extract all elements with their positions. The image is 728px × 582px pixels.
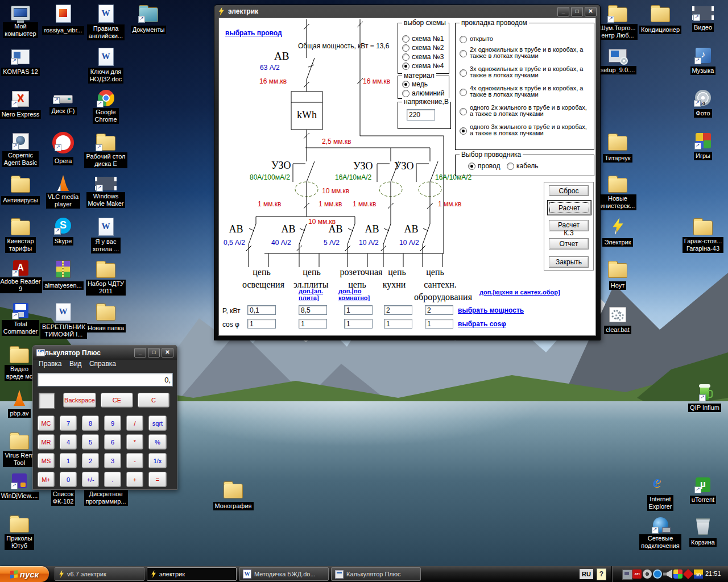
menu-view[interactable]: Вид [69,360,82,368]
desktop-icon-copernic[interactable]: Copernic Agent Basic [0,133,43,167]
ms-key[interactable]: MS [38,453,55,468]
desktop-icon-disk-f[interactable]: Диск (F) [40,90,86,115]
ati-tray-icon[interactable]: ATI [632,569,642,579]
p-input-5[interactable] [425,305,453,315]
desktop-icon-kievstar[interactable]: Киевстар тарифы [0,218,43,253]
desktop-icon-rossiya[interactable]: rossiya_vibr... [40,5,86,35]
radio-label[interactable]: 3х одножильных в трубе и в коробах, а та… [470,66,587,78]
mr-key[interactable]: MR [38,434,55,450]
radio-material-aluminum[interactable] [402,90,410,97]
calculator-title-bar[interactable]: Калькулятор Плюс _ □ ✕ [33,346,177,360]
volume-icon[interactable] [663,569,672,579]
cos-input-5[interactable] [425,319,453,329]
menu-help[interactable]: Справка [89,360,116,368]
reciprocal-key[interactable]: 1/x [148,453,167,468]
p-input-3[interactable] [344,305,373,315]
task-v67-elektrik[interactable]: v6.7 электрик [55,567,144,581]
key-7[interactable]: 7 [60,415,77,431]
desktop-icon-rabochiy-stol[interactable]: Рабочий стол диска E [83,133,129,168]
cos-input-2[interactable] [299,319,327,329]
radio-laying-3[interactable] [460,69,467,77]
desktop-icon-my-computer[interactable]: Мой компьютер [0,5,43,38]
p-input-2[interactable] [299,305,327,315]
radio-scheme-2[interactable] [402,44,410,52]
menu-edit[interactable]: Правка [39,360,62,368]
key-8[interactable]: 8 [82,415,99,431]
minimize-button[interactable]: _ [134,348,146,357]
maximize-button[interactable]: □ [571,7,583,16]
desktop-icon-nero[interactable]: Nero Express [0,90,43,119]
key-0[interactable]: 0 [60,472,77,487]
desktop-icon-igry[interactable]: Игры [680,133,726,160]
p-input-4[interactable] [384,305,412,315]
desktop-icon-clear-bat[interactable]: clear.bat [595,306,640,334]
radio-label[interactable]: 4х одножильных в трубе и в коробах, а та… [470,85,587,98]
percent-key[interactable]: % [148,434,167,450]
close-button[interactable]: ✕ [162,348,173,357]
close-button[interactable]: ✕ [585,7,597,16]
radio-label[interactable]: кабель [516,162,538,170]
short-circuit-button[interactable]: Расчет К.З [549,220,589,231]
key-9[interactable]: 9 [104,415,121,431]
sign-key[interactable]: +/- [82,472,99,487]
desktop-icon-foto[interactable]: Фото [680,90,726,118]
key-2[interactable]: 2 [82,453,99,468]
dop-kitchen-link[interactable]: доп.[кцхня и сантех.обор] [479,289,560,296]
start-button[interactable]: пуск [0,566,49,582]
equals-key[interactable]: = [148,472,167,487]
radio-material-copper[interactable] [402,81,410,88]
key-3[interactable]: 3 [104,453,121,468]
desktop-icon-veretilnik[interactable]: ВЕРЕТІЛЬНИК ТИМОФІЙ І... [40,303,86,339]
radio-laying-5[interactable] [460,108,467,115]
ce-key[interactable]: CE [101,393,133,408]
radio-label[interactable]: одного 3х жильного в трубе и в коробах, … [470,124,587,136]
select-power-link[interactable]: выбрать мощность [458,306,524,314]
radio-scheme-4[interactable] [402,63,410,70]
desktop-icon-documents[interactable]: Документы [126,5,171,34]
desktop-icon-novaya-papka[interactable]: Новая папка [83,303,129,332]
radio-laying-4[interactable] [460,89,467,96]
reset-button[interactable]: Сброс [549,185,589,196]
key-4[interactable]: 4 [60,434,77,450]
desktop-icon-kompas[interactable]: KOMPAS 12 [0,48,43,76]
key-1[interactable]: 1 [60,453,77,468]
select-cos-link[interactable]: выбрать cosφ [458,320,506,328]
p-input-1[interactable] [247,305,276,315]
dop-rooms-link[interactable]: доп.[по комнатно] [338,288,375,301]
cos-input-4[interactable] [384,319,412,329]
desktop-icon-novye[interactable]: Новые инистерск... [595,175,640,210]
qip-tray-icon[interactable] [653,569,662,579]
desktop-icon-nod32-keys[interactable]: Ключи для НОД32.doc [83,48,129,84]
radio-label[interactable]: 2х одножильных в трубе и в коробах, а та… [470,47,587,59]
help-tray-icon[interactable]: ? [597,568,606,580]
desktop-icon-qip[interactable]: QIP Infium [682,384,727,412]
desktop-icon-recycle-bin[interactable]: Корзина [680,517,726,547]
radio-scheme-3[interactable] [402,53,410,61]
desktop-icon-kondicioner[interactable]: Кондиционер [638,5,683,34]
cos-input-1[interactable] [247,319,276,329]
mc-key[interactable]: MC [38,415,55,431]
calculate-button[interactable]: Расчет [548,201,591,215]
sqrt-key[interactable]: sqrt [148,415,167,431]
desktop-icon-skype[interactable]: Skype [40,218,86,246]
decimal-key[interactable]: . [104,472,121,487]
desktop-icon-network[interactable]: Сетевые подключения [638,517,683,550]
task-metodichka[interactable]: W Методичка БЖД.do... [239,567,329,581]
calc-display[interactable] [38,373,173,386]
radio-label[interactable]: схема №3 [412,53,444,61]
multiply-key[interactable]: * [126,434,143,450]
desktop-icon-chrome[interactable]: Google Chrome [83,90,129,124]
maximize-button[interactable]: □ [148,348,160,357]
radio-label[interactable]: открыто [470,36,587,42]
title-bar[interactable]: электрик _ □ ✕ [214,5,600,18]
radio-scheme-1[interactable] [402,35,410,43]
radio-label[interactable]: одного 2х жильного в трубе и в коробах, … [470,105,587,117]
radio-laying-2[interactable] [460,50,467,57]
minimize-button[interactable]: _ [557,7,569,16]
desktop-icon-video[interactable]: Видео [680,5,726,32]
language-indicator[interactable]: RU [580,569,593,579]
desktop-icon-pravila[interactable]: Правила английски... [83,5,129,40]
desktop-icon-movie-maker[interactable]: Windows Movie Maker [83,175,129,208]
desktop-icon-setup9[interactable]: setup_9.0.... [595,48,640,74]
key-5[interactable]: 5 [82,434,99,450]
